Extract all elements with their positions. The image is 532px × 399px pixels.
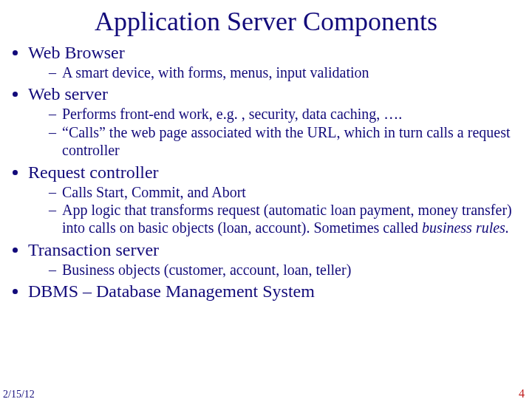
sub-list: Calls Start, Commit, and Abort App logic… (49, 183, 532, 237)
bullet-item: Request controller Calls Start, Commit, … (28, 161, 532, 237)
bullet-item: Web Browser A smart device, with forms, … (28, 41, 532, 81)
sub-item: A smart device, with forms, menus, input… (49, 64, 532, 81)
bullet-label: Web Browser (28, 43, 125, 62)
sub-list: A smart device, with forms, menus, input… (49, 64, 532, 81)
footer-date: 2/15/12 (3, 389, 35, 399)
bullet-item: Web server Performs front-end work, e.g.… (28, 83, 532, 159)
sub-item: “Calls” the web page associated with the… (49, 123, 532, 160)
sub-item: Business objects (customer, account, loa… (49, 261, 532, 279)
bullet-label: Request controller (28, 163, 159, 182)
footer-page-number: 4 (519, 387, 525, 399)
slide-title: Application Server Components (0, 6, 532, 37)
sub-item: Performs front-end work, e.g. , security… (49, 105, 532, 123)
sub-list: Business objects (customer, account, loa… (49, 261, 532, 279)
sub-item: Calls Start, Commit, and Abort (49, 183, 532, 201)
bullet-item: DBMS – Database Management System (28, 280, 532, 302)
sub-item: App logic that transforms request (autom… (49, 201, 532, 237)
bullet-list: Web Browser A smart device, with forms, … (28, 41, 532, 302)
slide: Application Server Components Web Browse… (0, 6, 532, 399)
bullet-label: Transaction server (28, 240, 159, 259)
bullet-item: Transaction server Business objects (cus… (28, 239, 532, 279)
bullet-label: Web server (28, 84, 108, 103)
bullet-label: DBMS – Database Management System (28, 282, 315, 301)
sub-list: Performs front-end work, e.g. , security… (49, 105, 532, 159)
